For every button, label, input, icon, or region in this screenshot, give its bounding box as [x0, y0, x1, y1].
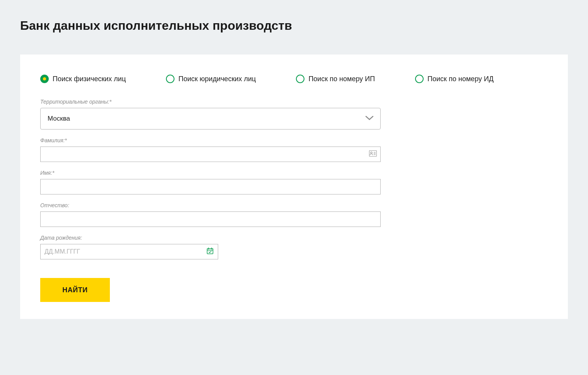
radio-individual[interactable]: Поиск физических лиц: [40, 75, 126, 83]
radio-selected-icon: [40, 75, 49, 83]
territory-value: Москва: [48, 115, 70, 123]
radio-legal-label: Поиск юридических лиц: [178, 75, 256, 83]
radio-id-number[interactable]: Поиск по номеру ИД: [415, 75, 494, 83]
radio-id-number-label: Поиск по номеру ИД: [427, 75, 494, 83]
territory-label: Территориальные органы:*: [40, 99, 548, 105]
radio-unselected-icon: [166, 75, 174, 83]
page-title: Банк данных исполнительных производств: [0, 0, 588, 47]
firstname-field-group: Имя:*: [40, 170, 548, 194]
firstname-label: Имя:*: [40, 170, 548, 176]
search-type-radio-group: Поиск физических лиц Поиск юридических л…: [40, 75, 548, 83]
submit-button[interactable]: Найти: [40, 278, 110, 302]
firstname-input[interactable]: [40, 179, 381, 194]
svg-rect-5: [207, 249, 213, 254]
territory-field-group: Территориальные органы:* Москва: [40, 99, 548, 130]
radio-individual-label: Поиск физических лиц: [53, 75, 126, 83]
patronymic-field-group: Отчество:: [40, 202, 548, 227]
birthdate-placeholder: ДД.ММ.ГГГГ: [44, 248, 80, 255]
radio-unselected-icon: [415, 75, 424, 83]
radio-ip-number[interactable]: Поиск по номеру ИП: [296, 75, 375, 83]
contact-card-icon: [369, 150, 377, 158]
lastname-input[interactable]: [40, 147, 381, 162]
radio-legal[interactable]: Поиск юридических лиц: [166, 75, 256, 83]
birthdate-field-group: Дата рождения: ДД.ММ.ГГГГ: [40, 235, 548, 259]
radio-ip-number-label: Поиск по номеру ИП: [308, 75, 375, 83]
calendar-icon[interactable]: [207, 247, 214, 256]
birthdate-input[interactable]: ДД.ММ.ГГГГ: [40, 244, 218, 259]
lastname-label: Фамилия:*: [40, 137, 548, 143]
territory-select[interactable]: Москва: [40, 108, 381, 130]
patronymic-input[interactable]: [40, 211, 381, 227]
birthdate-label: Дата рождения:: [40, 235, 548, 241]
lastname-field-group: Фамилия:*: [40, 137, 548, 162]
svg-point-1: [371, 152, 372, 153]
patronymic-label: Отчество:: [40, 202, 548, 208]
search-form-card: Поиск физических лиц Поиск юридических л…: [20, 55, 568, 319]
radio-unselected-icon: [296, 75, 304, 83]
